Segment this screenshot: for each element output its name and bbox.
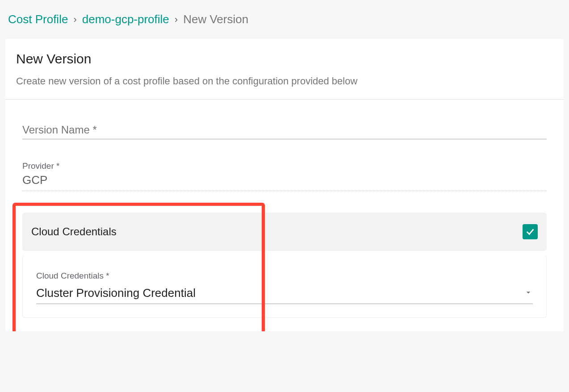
breadcrumb-current: New Version (183, 13, 248, 26)
breadcrumb-root[interactable]: Cost Profile (8, 13, 68, 26)
new-version-card: New Version Create new version of a cost… (5, 39, 564, 331)
chevron-down-icon (524, 288, 533, 299)
provider-label: Provider * (22, 161, 547, 172)
breadcrumb-profile[interactable]: demo-gcp-profile (82, 13, 169, 26)
cloud-credentials-checkbox[interactable] (523, 224, 538, 239)
cloud-credentials-selected: Cluster Provisioning Credential (36, 286, 196, 300)
card-header: New Version Create new version of a cost… (5, 39, 564, 100)
cloud-credentials-body: Cloud Credentials * Cluster Provisioning… (22, 255, 547, 318)
cloud-credentials-panel: Cloud Credentials Cloud Credentials * Cl… (22, 213, 547, 318)
version-name-group (22, 122, 547, 139)
chevron-right-icon: › (73, 14, 76, 25)
provider-group: Provider * GCP (22, 161, 547, 192)
cloud-credentials-label: Cloud Credentials * (36, 271, 533, 282)
page-title: New Version (16, 51, 553, 67)
cloud-credentials-header: Cloud Credentials (22, 213, 547, 251)
page-description: Create new version of a cost profile bas… (16, 75, 553, 88)
cloud-credentials-title: Cloud Credentials (31, 225, 117, 238)
card-body: Provider * GCP Cloud Credentials Cloud C… (5, 100, 564, 331)
check-icon (525, 227, 535, 237)
cloud-credentials-select[interactable]: Cluster Provisioning Credential (36, 286, 533, 304)
breadcrumb: Cost Profile › demo-gcp-profile › New Ve… (0, 0, 569, 39)
version-name-input[interactable] (22, 122, 547, 139)
chevron-right-icon: › (175, 14, 178, 25)
provider-value: GCP (22, 173, 547, 191)
